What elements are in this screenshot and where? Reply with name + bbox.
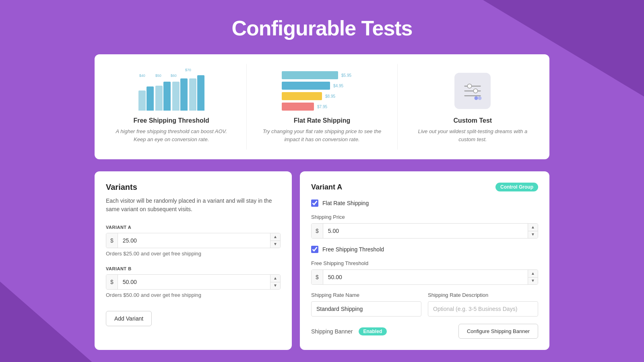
shipping-price-spinner: ▲ ▼ [528, 224, 538, 238]
free-shipping-threshold-increment[interactable]: ▲ [528, 270, 538, 278]
variant-b-spinner: ▲ ▼ [270, 275, 280, 289]
shipping-rate-desc-label: Shipping Rate Description [428, 292, 538, 298]
card-title-free-shipping: Free Shipping Threshold [133, 117, 209, 124]
free-shipping-threshold-input-wrapper: $ ▲ ▼ [311, 269, 538, 285]
variant-a-section: VARIANT A $ ▲ ▼ Orders $25.00 and over g… [106, 225, 281, 257]
card-title-flat-rate: Flat Rate Shipping [294, 117, 350, 124]
shipping-price-decrement[interactable]: ▼ [528, 231, 538, 239]
bar-chart: $40 $50 $60 $70 [111, 70, 232, 111]
flat-rate-checkbox[interactable] [311, 200, 318, 207]
shipping-banner-status: Enabled [359, 327, 387, 335]
card-flat-rate-shipping[interactable]: $5.95 $4.95 $8.95 $7.95 Fl [255, 64, 389, 150]
shipping-price-label: Shipping Price [311, 214, 538, 220]
shipping-price-input-wrapper: $ ▲ ▼ [311, 223, 538, 239]
free-shipping-threshold-label: Free Shipping Threshold [311, 260, 538, 266]
variant-a-increment[interactable]: ▲ [270, 233, 280, 241]
card-divider-1 [246, 64, 247, 150]
variant-b-hint: Orders $50.00 and over get free shipping [106, 292, 281, 298]
free-shipping-checkbox[interactable] [311, 246, 318, 253]
add-variant-button[interactable]: Add Variant [106, 311, 152, 326]
shipping-banner-row: Shipping Banner Enabled Configure Shippi… [311, 324, 538, 339]
h-bar-label-1: $5.95 [341, 73, 351, 78]
variant-b-label: VARIANT B [106, 266, 281, 271]
mixer-icon [454, 73, 491, 109]
svg-point-6 [475, 97, 478, 100]
flat-rate-checkbox-row: Flat Rate Shipping [311, 200, 538, 207]
shipping-rate-name-input[interactable] [311, 301, 421, 317]
test-cards-container: $40 $50 $60 $70 [95, 54, 549, 159]
card-title-custom: Custom Test [453, 117, 492, 124]
free-shipping-threshold-currency: $ [312, 270, 323, 284]
custom-test-chart [412, 70, 533, 111]
shipping-rate-name-label: Shipping Rate Name [311, 292, 421, 298]
variant-a-panel: Variant A Control Group Flat Rate Shippi… [300, 171, 549, 350]
shipping-rate-row: Shipping Rate Name Shipping Rate Descrip… [311, 292, 538, 317]
flat-rate-label: Flat Rate Shipping [322, 200, 369, 206]
variant-b-input[interactable] [118, 275, 270, 289]
variant-b-decrement[interactable]: ▼ [270, 282, 280, 290]
variants-panel: Variants Each visitor will be randomly p… [95, 171, 292, 350]
svg-point-2 [468, 84, 472, 88]
shipping-rate-desc-field: Shipping Rate Description [428, 292, 538, 317]
variants-panel-title: Variants [106, 183, 281, 192]
card-desc-flat-rate: Try changing your flat rate shipping pri… [261, 128, 382, 143]
shipping-price-currency: $ [312, 224, 323, 238]
card-desc-free-shipping: A higher free shipping threshold can boo… [111, 128, 232, 143]
horizontal-bar-chart: $5.95 $4.95 $8.95 $7.95 [261, 70, 382, 111]
configure-shipping-banner-button[interactable]: Configure Shipping Banner [458, 324, 538, 339]
page-title: Configurable Tests [24, 16, 620, 40]
h-bar-label-4: $7.95 [317, 105, 327, 109]
shipping-banner-label: Shipping Banner [311, 328, 353, 335]
bottom-panels: Variants Each visitor will be randomly p… [95, 171, 549, 350]
variant-a-decrement[interactable]: ▼ [270, 241, 280, 248]
free-shipping-checkbox-row: Free Shipping Threshold [311, 246, 538, 253]
card-free-shipping-threshold[interactable]: $40 $50 $60 $70 [104, 64, 238, 150]
svg-point-7 [478, 97, 482, 100]
card-custom-test[interactable]: Custom Test Live out your wildest split-… [406, 64, 540, 150]
variants-panel-desc: Each visitor will be randomly placed in … [106, 197, 281, 214]
svg-point-4 [474, 89, 478, 93]
card-divider-2 [397, 64, 398, 150]
variant-a-hint: Orders $25.00 and over get free shipping [106, 251, 281, 257]
variant-b-currency: $ [106, 275, 118, 289]
card-desc-custom: Live out your wildest split-testing drea… [412, 128, 533, 143]
h-bar-label-2: $4.95 [333, 84, 343, 88]
variant-a-label: VARIANT A [106, 225, 281, 230]
free-shipping-label: Free Shipping Threshold [322, 246, 384, 253]
variant-a-currency: $ [106, 233, 118, 248]
variant-b-section: VARIANT B $ ▲ ▼ Orders $50.00 and over g… [106, 266, 281, 298]
h-bar-label-3: $8.95 [325, 94, 335, 99]
free-shipping-threshold-input[interactable] [323, 270, 528, 284]
shipping-price-field: Shipping Price $ ▲ ▼ [311, 214, 538, 239]
variant-b-increment[interactable]: ▲ [270, 275, 280, 282]
variant-b-input-wrapper: $ ▲ ▼ [106, 274, 281, 290]
shipping-rate-desc-input[interactable] [428, 301, 538, 317]
variant-a-input-wrapper: $ ▲ ▼ [106, 233, 281, 248]
variant-a-panel-title: Variant A [311, 183, 342, 191]
variant-a-panel-header: Variant A Control Group [311, 183, 538, 191]
variant-a-spinner: ▲ ▼ [270, 233, 280, 248]
free-shipping-threshold-decrement[interactable]: ▼ [528, 278, 538, 285]
shipping-price-input[interactable] [323, 224, 528, 238]
shipping-price-increment[interactable]: ▲ [528, 224, 538, 231]
shipping-rate-name-field: Shipping Rate Name [311, 292, 421, 317]
free-shipping-threshold-spinner: ▲ ▼ [528, 270, 538, 284]
control-group-badge: Control Group [495, 183, 538, 191]
variant-a-input[interactable] [118, 233, 270, 248]
free-shipping-threshold-field: Free Shipping Threshold $ ▲ ▼ [311, 260, 538, 285]
